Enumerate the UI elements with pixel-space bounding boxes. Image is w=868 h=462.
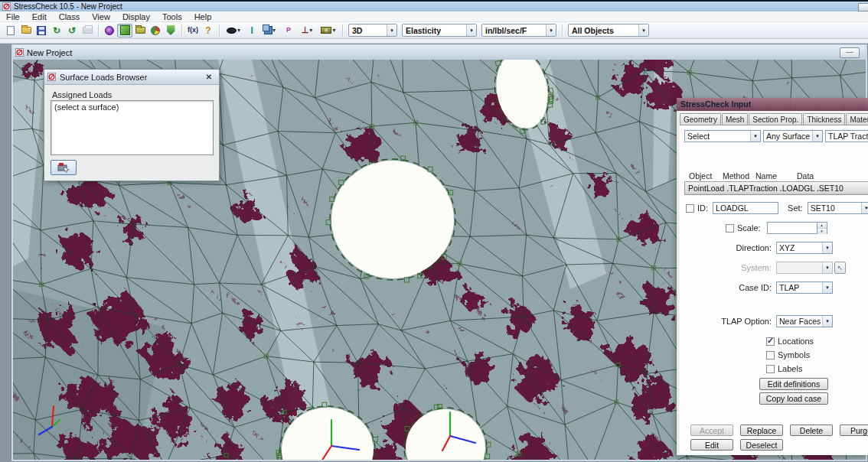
stresscheck-logo-icon xyxy=(15,48,24,57)
mdi-title: New Project xyxy=(27,48,72,57)
import-model-button[interactable]: ↻ xyxy=(49,24,64,37)
tab-section-prop[interactable]: Section Prop. xyxy=(749,113,802,125)
chevron-down-icon: ▾ xyxy=(638,24,648,36)
chevron-down-icon: ▾ xyxy=(812,131,822,142)
panel-tabs: Geometry Mesh Section Prop. Thickness Ma… xyxy=(680,112,868,125)
deselect-button[interactable]: Deselect xyxy=(740,439,783,451)
menu-display[interactable]: Display xyxy=(116,11,156,22)
chevron-down-icon: ▾ xyxy=(750,131,760,142)
id-field[interactable]: LOADGL xyxy=(713,202,778,214)
ibeam-section-button[interactable]: I xyxy=(244,24,259,37)
mesh-display-icon xyxy=(120,25,130,35)
system-pick-button[interactable]: ↖ xyxy=(834,262,846,274)
set-label: Set: xyxy=(788,203,803,213)
units-combo[interactable]: in/lbl/sec/F▾ xyxy=(481,24,556,37)
chevron-down-icon: ▾ xyxy=(309,27,312,34)
support-tool-icon: ⊥ xyxy=(302,26,309,34)
id-checkbox[interactable]: ✓ xyxy=(686,204,694,213)
purge-button[interactable]: Purge xyxy=(840,425,868,436)
tab-geometry[interactable]: Geometry xyxy=(680,113,721,125)
chevron-down-icon: ▾ xyxy=(272,27,276,34)
object-filter-combo[interactable]: All Objects▾ xyxy=(568,24,649,37)
system-combo: ▾ xyxy=(776,262,833,274)
menu-file[interactable]: File xyxy=(0,11,26,22)
export-model-button[interactable]: ↺ xyxy=(64,24,80,37)
save-project-button[interactable] xyxy=(34,24,49,37)
menu-class[interactable]: Class xyxy=(53,11,86,22)
main-titlebar[interactable]: StressCheck 10.5 - New Project xyxy=(0,0,868,11)
open-project-button[interactable] xyxy=(18,24,34,37)
menu-edit[interactable]: Edit xyxy=(26,11,53,22)
tab-thickness[interactable]: Thickness xyxy=(803,113,845,125)
set-combo[interactable]: SET10▾ xyxy=(808,202,868,214)
window-control-button[interactable] xyxy=(858,3,868,11)
tab-material[interactable]: Material xyxy=(846,113,868,125)
analysis-type-value: Elasticity xyxy=(403,26,466,35)
layers-tool-button[interactable]: ▾ xyxy=(259,24,281,37)
ellipse-tool-button[interactable]: ▾ xyxy=(223,24,244,37)
plot-chart-icon xyxy=(151,26,160,35)
menu-view[interactable]: View xyxy=(86,11,116,22)
panel-titlebar[interactable]: StressCheck Input xyxy=(677,98,868,111)
direction-combo[interactable]: XYZ▾ xyxy=(776,242,833,254)
stresscheck-logo-icon xyxy=(2,2,11,11)
object-filter-value: All Objects xyxy=(569,26,638,35)
locations-checkbox[interactable]: ✓ xyxy=(766,337,775,346)
symbols-checkbox[interactable]: ✓ xyxy=(766,351,775,360)
labels-checkbox[interactable]: ✓ xyxy=(766,365,775,373)
scale-field[interactable] xyxy=(767,222,817,234)
menu-help[interactable]: Help xyxy=(188,11,218,22)
assign-load-button[interactable] xyxy=(51,160,77,175)
copy-load-case-button[interactable]: Copy load case xyxy=(759,392,828,405)
chevron-down-icon: ▾ xyxy=(546,24,556,36)
traction-type-combo[interactable]: TLAP Traction▾ xyxy=(825,130,868,142)
select-mode-combo[interactable]: Select▾ xyxy=(684,130,761,142)
delete-button[interactable]: Delete xyxy=(790,425,833,436)
chevron-down-icon: ▾ xyxy=(387,24,396,36)
model-info-icon xyxy=(105,26,114,35)
formula-button[interactable]: f(x) xyxy=(185,24,201,37)
surface-filter-combo[interactable]: Any Surface▾ xyxy=(763,130,823,142)
check-shield-button[interactable] xyxy=(163,24,178,37)
assigned-loads-list[interactable]: (select a surface) xyxy=(51,100,214,155)
application-window: StressCheck 10.5 - New Project File Edit… xyxy=(0,0,868,462)
mdi-minimize-button[interactable]: — xyxy=(840,47,860,58)
accept-button[interactable]: Accept xyxy=(690,425,733,436)
assigned-loads-label: Assigned Loads xyxy=(52,90,112,99)
stresscheck-input-panel: StressCheck Input Geometry Mesh Section … xyxy=(677,98,868,455)
results-folder-button[interactable] xyxy=(132,24,148,37)
chevron-down-icon: ▾ xyxy=(822,242,832,253)
edit-button[interactable]: Edit xyxy=(690,439,733,451)
load-object-row[interactable]: PointLoad .TLAPTraction .LOADGL .SET10 xyxy=(685,182,868,194)
menu-tools[interactable]: Tools xyxy=(156,11,188,22)
analysis-type-combo[interactable]: Elasticity▾ xyxy=(402,24,477,37)
system-label: System: xyxy=(741,263,772,272)
chevron-down-icon: ▾ xyxy=(332,27,335,34)
ibeam-section-icon: I xyxy=(250,25,253,35)
open-project-icon xyxy=(21,27,31,34)
dialog-titlebar[interactable]: Surface Loads Browser ✕ xyxy=(44,70,219,85)
edit-definitions-button[interactable]: Edit definitions xyxy=(759,378,828,390)
surface-loads-browser-dialog: Surface Loads Browser ✕ Assigned Loads (… xyxy=(44,69,220,181)
tlap-option-combo[interactable]: Near Faces▾ xyxy=(776,315,833,327)
dimension-combo[interactable]: 3D▾ xyxy=(348,24,397,37)
mdi-titlebar[interactable]: New Project — xyxy=(13,45,866,60)
scale-checkbox[interactable]: ✓ xyxy=(726,224,734,233)
close-icon[interactable]: ✕ xyxy=(202,72,216,83)
tab-mesh[interactable]: Mesh xyxy=(722,113,748,125)
save-project-icon xyxy=(37,26,46,35)
plot-chart-button[interactable] xyxy=(148,24,163,37)
case-id-combo[interactable]: TLAP▾ xyxy=(776,281,833,294)
support-tool-button[interactable]: ⊥▾ xyxy=(296,24,318,37)
mesh-display-button[interactable] xyxy=(117,24,132,37)
replace-button[interactable]: Replace xyxy=(740,425,783,436)
new-file-button[interactable] xyxy=(3,24,18,37)
chevron-down-icon: ▾ xyxy=(822,262,832,273)
toolbar: ↻↺f(x)?▾I▾P⊥▾▾3D▾Elasticity▾in/lbl/sec/F… xyxy=(0,22,868,39)
model-info-button[interactable] xyxy=(102,24,117,37)
help-button[interactable]: ? xyxy=(201,24,216,37)
column-header-name: Name xyxy=(755,171,777,181)
scale-stepper[interactable]: ▴▾ xyxy=(817,222,827,234)
camera-tool-button[interactable]: ▾ xyxy=(318,24,339,37)
point-label-button[interactable]: P xyxy=(281,24,296,37)
